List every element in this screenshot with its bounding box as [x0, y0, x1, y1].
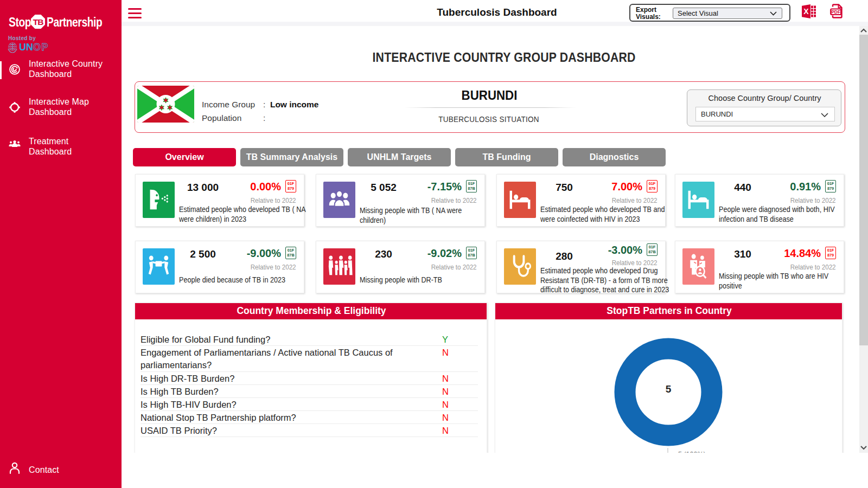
svg-text:OP: OP: [33, 42, 49, 53]
svg-text:Partnership: Partnership: [47, 15, 102, 29]
svg-text:UN: UN: [19, 42, 33, 53]
svg-text:X: X: [803, 7, 809, 16]
svg-text:Stop: Stop: [9, 15, 31, 29]
svg-text:TB: TB: [33, 17, 43, 27]
svg-text:5: 5: [666, 383, 672, 395]
svg-text:PDF: PDF: [831, 9, 840, 15]
